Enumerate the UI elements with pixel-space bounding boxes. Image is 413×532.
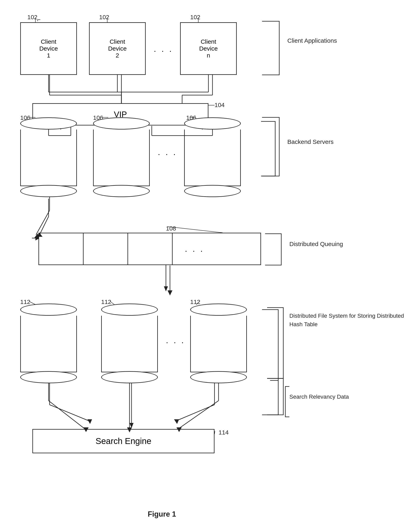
svg-line-63 (168, 227, 223, 233)
backend-cylinder-2 (93, 117, 150, 198)
dots-backends: . . . (158, 148, 177, 157)
dfs-cylinder-3 (190, 304, 247, 384)
distributed-queuing-label: Distributed Queuing (289, 240, 343, 248)
svg-marker-46 (168, 290, 172, 295)
ref-search-engine: 114 (218, 429, 229, 436)
client-device-n: Client Device n (180, 22, 237, 75)
dfs-cylinder-1 (20, 304, 77, 384)
client-device-1: Client Device 1 (20, 22, 77, 75)
client2-label: Client Device 2 (108, 38, 127, 59)
svg-marker-20 (164, 286, 168, 291)
backend-servers-label: Backend Servers (287, 138, 333, 146)
search-relevancy-label: Search Relevancy Data (289, 393, 349, 401)
svg-line-48 (48, 401, 85, 429)
bracket-relevancy (265, 384, 291, 419)
svg-marker-28 (174, 419, 179, 424)
diagram: 102 ⌐ Client Device 1 102 Client Device … (0, 0, 413, 532)
search-engine-label: Search Engine (95, 436, 151, 446)
search-engine-box: Search Engine (32, 429, 215, 453)
client-device-2: Client Device 2 (89, 22, 146, 75)
dots-dfs: . . . (166, 336, 185, 345)
dots-clients: . . . (154, 45, 173, 54)
clientN-label: Client Device n (199, 38, 218, 59)
queue-cell-2 (84, 233, 128, 265)
queue-cell-1 (39, 233, 84, 265)
dfs-label: Distributed File System for Storing Dist… (289, 312, 413, 329)
ref-client2: 102 (99, 14, 109, 21)
svg-line-16 (36, 210, 50, 235)
backend-cylinder-3 (184, 117, 241, 198)
figure-caption: Figure 1 (101, 510, 223, 518)
ref-clientN: 102 (190, 14, 200, 21)
svg-line-22 (50, 405, 89, 421)
client-applications-label: Client Applications (287, 37, 337, 45)
dfs-cylinder-2 (101, 304, 158, 384)
queue-box: . . . (38, 233, 261, 265)
queue-cell-5 (216, 233, 260, 265)
ref-vip: 104 (215, 102, 225, 108)
svg-line-27 (176, 405, 215, 421)
client1-label: Client Device 1 (39, 38, 58, 59)
queue-cell-3 (128, 233, 173, 265)
svg-marker-25 (130, 423, 133, 428)
ref-queue: 108 (166, 225, 176, 232)
queue-cell-4: . . . (173, 233, 216, 265)
svg-marker-23 (87, 419, 92, 424)
ref-line-client1: ⌐ (37, 16, 41, 23)
svg-line-67 (215, 431, 215, 434)
svg-line-53 (178, 401, 218, 429)
ref-client1: 102 (27, 14, 38, 21)
backend-cylinder-1 (20, 117, 77, 198)
